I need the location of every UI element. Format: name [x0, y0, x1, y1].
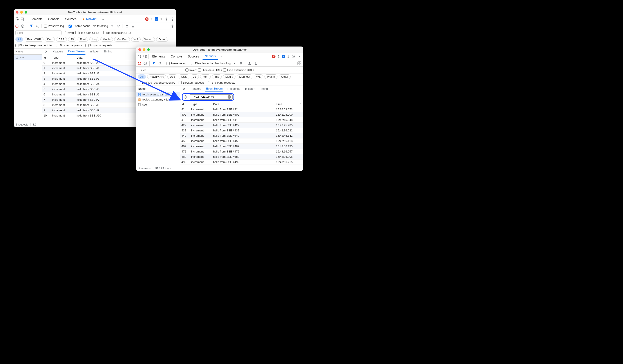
titlebar[interactable]: DevTools - fetch-eventstream.glitch.me/ — [14, 9, 176, 15]
error-badge[interactable]: ✕ — [272, 55, 275, 58]
col-data[interactable]: Data — [212, 101, 275, 107]
settings-gear-icon[interactable] — [291, 54, 295, 58]
chip-ws[interactable]: WS — [254, 74, 263, 79]
detail-tab-timing[interactable]: Timing — [103, 49, 113, 54]
inspect-element-icon[interactable] — [15, 17, 19, 21]
inspect-element-icon[interactable] — [138, 54, 142, 58]
throttle-select[interactable]: No throttling — [93, 24, 108, 28]
blocked-cookies-checkbox[interactable]: Blocked response cookies — [138, 81, 175, 84]
chip-all[interactable]: All — [15, 37, 23, 42]
invert-checkbox[interactable]: Invert — [185, 68, 197, 72]
request-item-sse[interactable]: sse — [14, 55, 42, 60]
traffic-lights[interactable] — [16, 11, 27, 14]
close-icon[interactable]: ✕ — [182, 87, 186, 91]
info-badge[interactable]: ≡ — [282, 55, 285, 58]
chip-media[interactable]: Media — [100, 37, 113, 42]
clear-input-icon[interactable] — [228, 95, 231, 99]
preserve-log-checkbox[interactable]: Preserve log — [167, 62, 186, 65]
es-row[interactable]: 402incrementhello from SSE #40216:42:05.… — [180, 112, 303, 117]
es-row[interactable]: 422incrementhello from SSE #42216:42:25.… — [180, 123, 303, 128]
clear-icon[interactable] — [21, 24, 25, 28]
more-tabs-icon[interactable]: » — [220, 54, 223, 58]
preserve-log-checkbox[interactable]: Preserve log — [44, 24, 64, 28]
es-row[interactable]: 462incrementhello from SSE #46216:43:06.… — [180, 144, 303, 149]
tab-sources[interactable]: Sources — [186, 53, 201, 60]
col-id[interactable]: Id — [180, 101, 190, 107]
filter-input[interactable] — [15, 30, 62, 35]
col-type[interactable]: Type — [190, 101, 212, 107]
settings-gear-icon[interactable] — [297, 61, 301, 65]
chip-doc[interactable]: Doc — [45, 37, 55, 42]
hide-extension-urls-checkbox[interactable]: Hide extension URLs — [223, 68, 254, 72]
es-row[interactable]: 42incrementhello from SSE #4216:36:03.65… — [180, 107, 303, 112]
chip-img[interactable]: Img — [89, 37, 99, 42]
zoom-icon[interactable] — [147, 48, 150, 51]
wifi-icon[interactable] — [239, 61, 243, 65]
disable-cache-checkbox[interactable]: Disable cache — [68, 24, 90, 28]
chip-js[interactable]: JS — [68, 37, 76, 42]
chip-img[interactable]: Img — [212, 74, 222, 79]
filter-icon[interactable] — [29, 24, 33, 28]
settings-gear-icon[interactable] — [164, 17, 168, 21]
minimize-icon[interactable] — [143, 48, 145, 51]
traffic-lights[interactable] — [138, 48, 150, 51]
chevron-down-icon[interactable]: ▾ — [110, 24, 114, 28]
device-toolbar-icon[interactable] — [143, 54, 147, 58]
chip-css[interactable]: CSS — [56, 37, 67, 42]
detail-tab-eventstream[interactable]: EventStream — [205, 86, 223, 92]
download-icon[interactable] — [131, 24, 135, 28]
record-button[interactable] — [138, 62, 141, 65]
tab-network[interactable]: ▲Network — [80, 16, 100, 22]
invert-checkbox[interactable]: Invert — [63, 31, 74, 34]
request-item[interactable]: fetch-eventstream.gli... — [136, 92, 180, 97]
detail-tab-headers[interactable]: Headers — [190, 86, 202, 92]
es-regex-input[interactable] — [189, 94, 233, 100]
chip-fetch-xhr[interactable]: Fetch/XHR — [147, 74, 166, 79]
info-badge[interactable]: ≡ — [155, 17, 158, 21]
es-row[interactable]: 412incrementhello from SSE #41216:42:15.… — [180, 117, 303, 123]
search-icon[interactable] — [35, 24, 39, 28]
chip-ws[interactable]: WS — [131, 37, 141, 42]
chip-font[interactable]: Font — [200, 74, 211, 79]
chip-js[interactable]: JS — [191, 74, 199, 79]
third-party-checkbox[interactable]: 3rd-party requests — [208, 81, 235, 84]
detail-tab-timing[interactable]: Timing — [258, 86, 269, 92]
detail-tab-response[interactable]: Response — [226, 86, 241, 92]
es-row[interactable]: 472incrementhello from SSE #47216:43:16.… — [180, 149, 303, 154]
es-row[interactable]: 492incrementhello from SSE #49216:43:36.… — [180, 160, 303, 165]
upload-icon[interactable] — [125, 24, 129, 28]
more-menu-icon[interactable]: ⋮ — [297, 54, 301, 58]
tab-console[interactable]: Console — [169, 53, 184, 60]
es-row[interactable]: 452incrementhello from SSE #45216:42:56.… — [180, 139, 303, 144]
settings-gear-icon[interactable] — [171, 24, 175, 28]
detail-tab-headers[interactable]: Headers — [52, 49, 64, 54]
record-button[interactable] — [15, 25, 19, 28]
col-time[interactable]: Time ▲ — [275, 101, 303, 107]
blocked-requests-checkbox[interactable]: Blocked requests — [178, 81, 204, 84]
chip-other[interactable]: Other — [156, 37, 168, 42]
name-column-header[interactable]: Name — [14, 48, 42, 55]
col-type[interactable]: Type — [51, 55, 75, 60]
chip-css[interactable]: CSS — [178, 74, 189, 79]
error-badge[interactable]: ✕ — [145, 17, 149, 21]
detail-tab-initiator[interactable]: Initiator — [244, 86, 255, 92]
chevron-down-icon[interactable]: ▾ — [233, 61, 237, 65]
wifi-icon[interactable] — [116, 24, 120, 28]
filter-icon[interactable] — [152, 61, 156, 65]
clear-icon[interactable] — [183, 95, 187, 99]
close-icon[interactable] — [138, 48, 141, 51]
chip-wasm[interactable]: Wasm — [265, 74, 277, 79]
chip-doc[interactable]: Doc — [167, 74, 177, 79]
more-tabs-icon[interactable]: » — [101, 17, 105, 21]
minimize-icon[interactable] — [20, 11, 23, 14]
tab-elements[interactable]: Elements — [27, 16, 44, 22]
es-row[interactable]: 482incrementhello from SSE #48216:43:26.… — [180, 154, 303, 160]
chip-other[interactable]: Other — [279, 74, 291, 79]
tab-console[interactable]: Console — [46, 16, 62, 22]
chip-all[interactable]: All — [138, 74, 146, 79]
download-icon[interactable] — [254, 61, 258, 65]
hide-extension-urls-checkbox[interactable]: Hide extension URLs — [101, 31, 131, 34]
device-toolbar-icon[interactable] — [21, 17, 25, 21]
blocked-cookies-checkbox[interactable]: Blocked response cookies — [15, 44, 52, 47]
request-item[interactable]: sse — [136, 102, 180, 107]
